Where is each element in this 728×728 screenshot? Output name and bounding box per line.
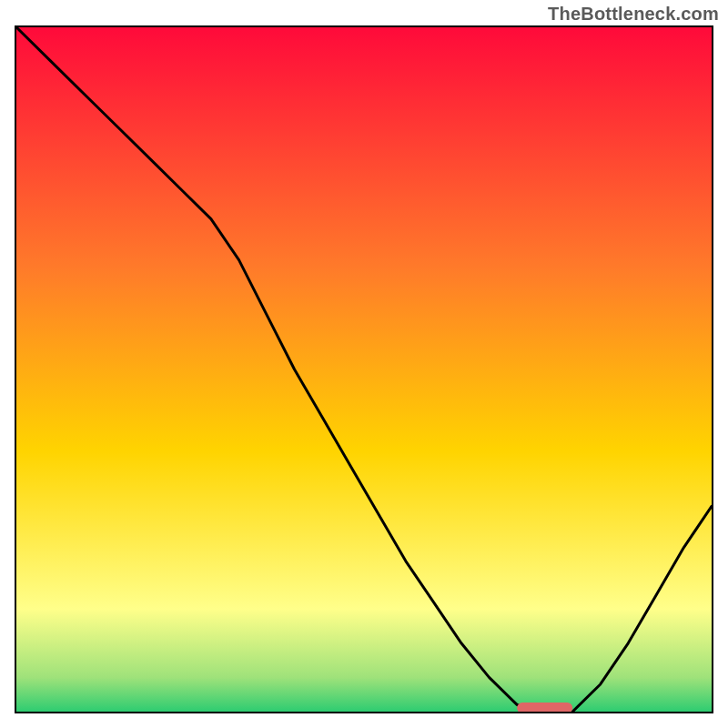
optimal-range-marker <box>517 703 572 712</box>
bottleneck-chart <box>16 27 712 712</box>
chart-stage: TheBottleneck.com <box>0 0 728 728</box>
watermark-label: TheBottleneck.com <box>548 4 719 25</box>
plot-area <box>15 25 713 713</box>
